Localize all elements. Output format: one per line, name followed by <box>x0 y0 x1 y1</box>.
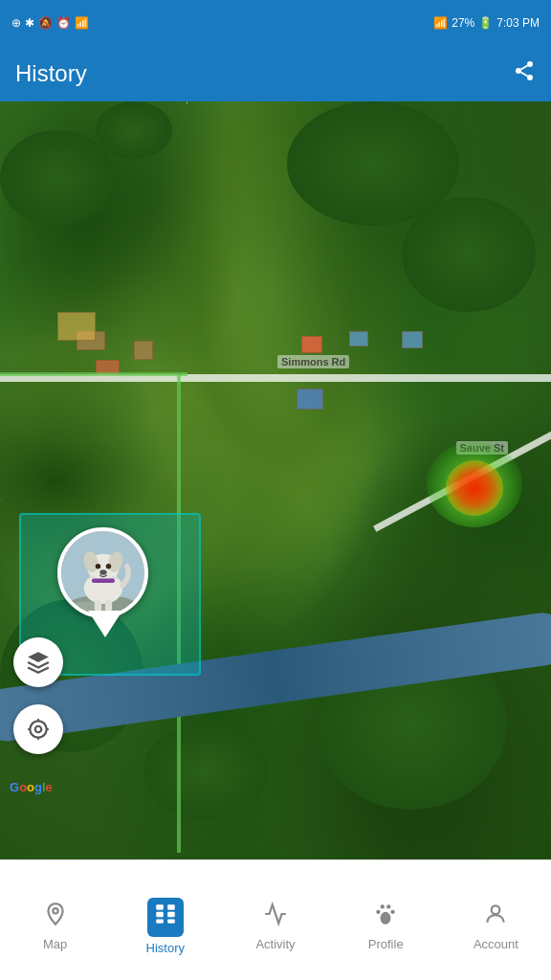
activity-nav-icon <box>263 902 288 933</box>
app-bar: History <box>0 46 551 101</box>
svg-rect-26 <box>167 904 175 909</box>
account-nav-icon <box>483 902 508 933</box>
svg-point-1 <box>516 68 521 74</box>
svg-point-18 <box>35 726 42 733</box>
svg-point-13 <box>106 564 111 568</box>
tree-cluster <box>143 724 268 819</box>
svg-point-12 <box>96 564 100 568</box>
layers-button[interactable] <box>13 637 63 687</box>
svg-point-19 <box>30 721 46 737</box>
status-right-icons: 📶 27% 🔋 7:03 PM <box>433 16 540 30</box>
svg-point-35 <box>381 911 391 924</box>
nav-item-map[interactable]: Map <box>0 860 110 980</box>
nav-item-history[interactable]: History <box>110 860 220 980</box>
status-bar: ⊕ ✱ 🔕 ⏰ 📶 📶 27% 🔋 7:03 PM <box>0 0 551 46</box>
history-nav-icon <box>147 898 184 937</box>
nav-item-activity[interactable]: Activity <box>220 860 330 980</box>
share-icon[interactable] <box>513 59 536 88</box>
mute-icon: 🔕 <box>38 16 53 30</box>
tree-cluster <box>96 101 172 159</box>
building <box>134 341 153 360</box>
map-nav-icon <box>43 902 68 933</box>
svg-rect-27 <box>156 911 164 916</box>
svg-point-32 <box>386 904 390 908</box>
building <box>349 331 368 346</box>
heatmap-red <box>446 460 503 516</box>
bottom-nav: Map History Activity <box>0 859 551 980</box>
building <box>297 389 323 410</box>
nav-label-profile: Profile <box>368 937 404 951</box>
nav-label-activity: Activity <box>255 937 295 951</box>
svg-point-34 <box>391 909 395 913</box>
nav-item-profile[interactable]: Profile <box>331 860 441 980</box>
battery-text: 27% <box>452 16 474 30</box>
location-button[interactable] <box>13 704 63 754</box>
tree-cluster <box>0 130 115 226</box>
status-left-icons: ⊕ ✱ 🔕 ⏰ 📶 <box>11 16 89 30</box>
svg-point-0 <box>527 61 533 67</box>
bluetooth-icon: ✱ <box>25 16 34 30</box>
svg-point-33 <box>376 909 380 913</box>
building <box>402 331 423 348</box>
battery-icon: 🔋 <box>478 16 493 30</box>
pin-point <box>88 611 122 637</box>
map-container[interactable]: Simmons Rd Sauve St <box>0 101 551 859</box>
nav-item-account[interactable]: Account <box>441 860 551 980</box>
svg-point-24 <box>53 908 57 913</box>
google-watermark: Google <box>10 780 53 794</box>
road-simmons-label: Simmons Rd <box>277 355 349 368</box>
location-status-icon: ⊕ <box>11 16 21 30</box>
building <box>57 312 96 341</box>
svg-point-36 <box>492 905 500 914</box>
pet-pin <box>57 527 153 637</box>
nav-label-history: History <box>146 941 185 955</box>
svg-rect-29 <box>156 919 164 923</box>
nav-label-map: Map <box>43 937 67 951</box>
app-title: History <box>15 60 87 87</box>
green-path-horizontal <box>0 372 187 376</box>
svg-line-4 <box>521 66 528 70</box>
svg-point-31 <box>381 904 385 908</box>
profile-nav-icon <box>373 902 398 933</box>
pet-avatar <box>57 527 148 618</box>
wifi-icon: 📶 <box>75 16 89 30</box>
building <box>301 336 322 353</box>
alarm-icon: ⏰ <box>56 16 71 30</box>
map-background: Simmons Rd Sauve St <box>0 101 551 859</box>
svg-rect-30 <box>167 919 175 923</box>
svg-rect-17 <box>92 578 115 583</box>
svg-point-2 <box>527 75 533 80</box>
signal-icon: 📶 <box>433 16 448 30</box>
nav-label-account: Account <box>474 937 518 951</box>
svg-rect-25 <box>156 904 164 909</box>
svg-point-14 <box>99 569 106 574</box>
dog-image <box>61 531 144 614</box>
dog-svg <box>61 527 144 618</box>
pet-marker[interactable] <box>48 527 163 661</box>
heatmap <box>427 441 522 527</box>
svg-rect-28 <box>167 911 175 916</box>
time-display: 7:03 PM <box>496 16 540 30</box>
svg-line-3 <box>521 73 528 77</box>
tree-cluster <box>402 197 536 312</box>
